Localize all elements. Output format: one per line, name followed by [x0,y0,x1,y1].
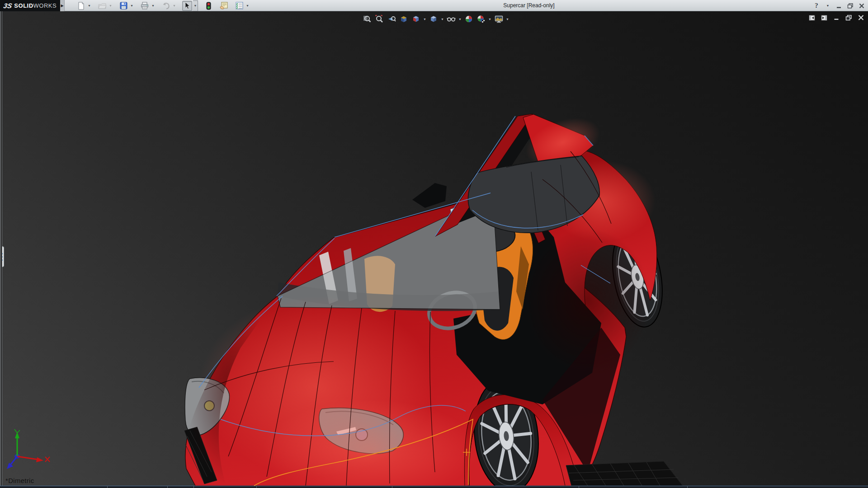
apply-scene-button[interactable] [476,14,486,24]
solidworks-logo: 3S SOLIDWORKS [0,0,60,11]
print-button[interactable] [140,1,150,11]
brand-name: SOLIDWORKS [14,2,57,9]
window-controls: ? ▼ [813,0,865,11]
3ds-logo-mark: 3S [3,2,13,9]
view-settings-dropdown[interactable]: ▼ [505,18,509,21]
minimize-icon [836,3,842,9]
help-dropdown[interactable]: ▼ [824,2,831,10]
select-cursor-icon [184,2,190,9]
new-document-icon [77,2,85,10]
taskbar-sliver[interactable] [0,486,868,488]
zoom-to-fit-icon [363,15,371,23]
x-axis-label [45,457,50,462]
minimize-button[interactable] [835,2,843,10]
right-bumper-grille [566,461,683,486]
rebuild-button[interactable] [203,1,213,11]
hide-show-items-icon [447,15,456,23]
print-dropdown[interactable]: ▼ [151,1,156,11]
section-view-button[interactable] [398,14,409,24]
document-close-button[interactable] [857,14,864,21]
undo-dropdown[interactable]: ▼ [172,1,177,11]
restore-button[interactable] [847,2,854,10]
x-axis-arrow [36,457,43,462]
document-title: Supercar [Read-only] [470,0,588,11]
viewport-left-edge [0,11,2,486]
options-dropdown[interactable]: ▼ [245,1,250,11]
close-icon [859,3,864,9]
save-icon [120,2,127,9]
save-dropdown[interactable]: ▼ [129,1,134,11]
view-orientation-icon [412,15,420,23]
document-minimize-button[interactable] [833,14,840,21]
apply-scene-icon [477,15,486,23]
options-icon [236,2,243,9]
display-style-dropdown[interactable]: ▼ [440,18,444,21]
edit-appearance-icon [465,15,473,23]
display-style-button[interactable] [428,14,439,24]
hide-show-items-button[interactable] [446,14,457,24]
pane-toggle-right-button[interactable] [821,14,828,21]
titlebar: 3S SOLIDWORKS ▶ ▼ ▼ ▼ [0,0,868,11]
undo-icon [162,2,170,9]
section-view-icon [400,15,408,23]
pane-toggle-right-icon [821,15,827,21]
view-orientation-label: *Dimetric [5,477,34,484]
rebuild-traffic-light-icon [206,2,211,10]
previous-view-icon [387,15,396,23]
save-button[interactable] [118,1,128,11]
graphics-viewport[interactable]: ▼ ▼ ▼ ▼ ▼ [0,11,868,486]
model-supercar[interactable] [0,11,868,486]
restore-icon [847,3,854,9]
help-button[interactable]: ? [813,2,820,10]
heads-up-view-toolbar: ▼ ▼ ▼ ▼ ▼ [362,14,509,24]
apply-scene-dropdown[interactable]: ▼ [488,18,492,21]
main-toolbar: ▼ ▼ ▼ ▼ [76,0,250,11]
document-minimize-icon [834,15,840,20]
solidworks-window: 3S SOLIDWORKS ▶ ▼ ▼ ▼ [0,0,868,488]
view-settings-button[interactable] [493,14,504,24]
open-icon [98,2,107,9]
close-button[interactable] [858,2,865,10]
y-axis-arrow [15,432,19,438]
roof-opening [412,183,447,208]
open-button[interactable] [97,1,107,11]
document-restore-button[interactable] [845,14,852,21]
document-restore-icon [845,15,852,21]
file-properties-button[interactable] [219,1,229,11]
new-document-dropdown[interactable]: ▼ [87,1,92,11]
file-properties-icon [220,2,228,9]
undo-button[interactable] [161,1,171,11]
print-icon [141,2,149,9]
hide-show-items-dropdown[interactable]: ▼ [458,18,462,21]
select-button[interactable] [182,1,192,11]
edit-appearance-button[interactable] [463,14,474,24]
menu-expander-arrow[interactable]: ▶ [60,0,65,11]
view-orientation-dropdown[interactable]: ▼ [423,18,427,21]
document-window-controls [808,14,864,21]
zoom-to-fit-button[interactable] [362,14,373,24]
select-dropdown[interactable]: ▼ [193,0,198,11]
display-style-icon [429,15,438,23]
document-close-icon [858,15,864,20]
zoom-to-area-button[interactable] [374,14,385,24]
reference-triad [4,428,53,471]
pane-toggle-left-button[interactable] [808,14,816,21]
zoom-to-area-icon [375,15,383,23]
pane-toggle-left-icon [809,15,815,21]
open-dropdown[interactable]: ▼ [108,1,113,11]
options-button[interactable] [234,1,244,11]
previous-view-button[interactable] [386,14,397,24]
view-orientation-button[interactable] [410,14,421,24]
view-settings-icon [495,15,503,23]
new-document-button[interactable] [76,1,86,11]
